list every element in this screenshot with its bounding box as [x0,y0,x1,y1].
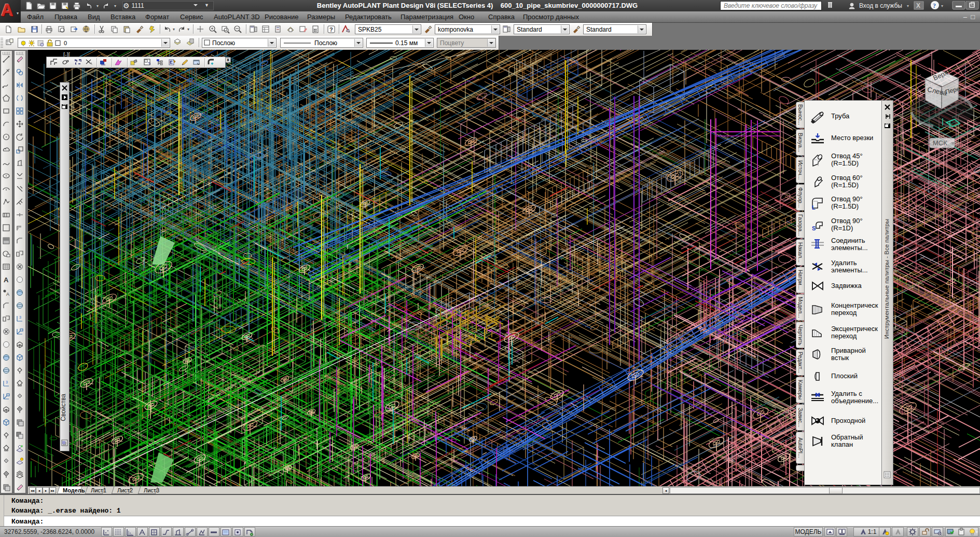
svg-text:3: 3 [6,380,8,384]
svg-text:?: ? [933,2,936,9]
svg-text:0: 0 [64,40,67,46]
svg-text:МСК: МСК [933,139,947,147]
svg-text:X: X [916,2,920,9]
svg-text:Вход в службы: Вход в службы [859,2,902,9]
svg-text:A: A [4,276,9,284]
svg-text:0.15 мм: 0.15 мм [395,39,418,46]
svg-text:Послою: Послою [212,39,235,46]
svg-text:A: A [6,292,9,297]
svg-text:E: E [170,60,173,65]
svg-text:▾: ▾ [941,4,943,8]
svg-text:L: L [812,204,816,210]
svg-text:Послою: Послою [314,39,337,46]
svg-text:▾: ▾ [907,4,909,8]
svg-text:?: ? [329,26,333,33]
svg-text:S: S [812,225,816,231]
svg-text:3: 3 [19,315,21,319]
